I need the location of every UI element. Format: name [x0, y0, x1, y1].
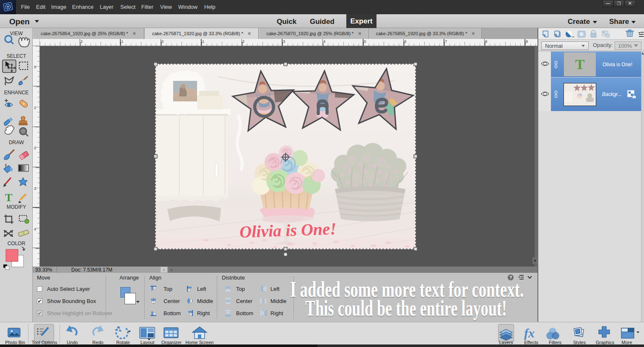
- svg-text:fx: fx: [524, 326, 535, 340]
- svg-text:T: T: [5, 192, 12, 204]
